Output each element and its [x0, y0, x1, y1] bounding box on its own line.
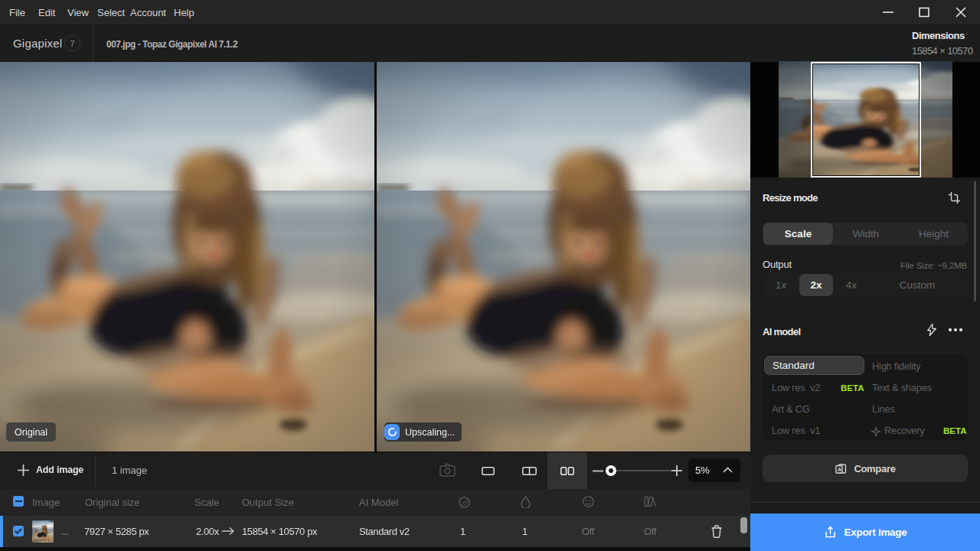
- svg-text:A: A: [838, 467, 841, 472]
